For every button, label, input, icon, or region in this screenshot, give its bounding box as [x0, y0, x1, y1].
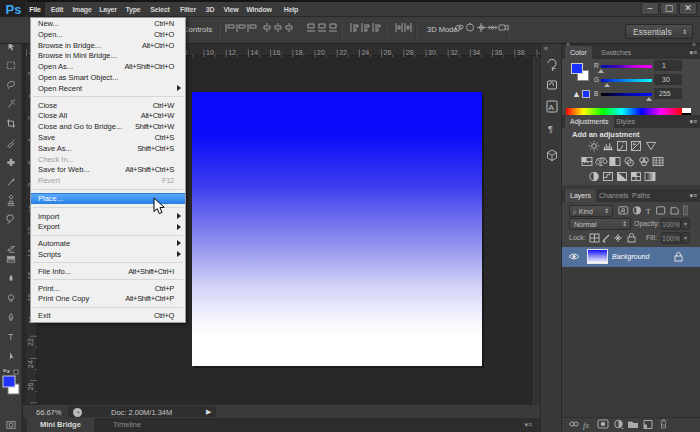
svg-text:24: 24 — [28, 360, 35, 368]
svg-text:16: 16 — [273, 49, 281, 56]
svg-text:14: 14 — [250, 49, 258, 56]
svg-text:24: 24 — [361, 49, 369, 56]
svg-text:30: 30 — [428, 49, 436, 56]
svg-text:32: 32 — [450, 49, 458, 56]
svg-text:12: 12 — [228, 49, 236, 56]
svg-text:38: 38 — [517, 49, 525, 56]
svg-text:26: 26 — [28, 383, 35, 391]
svg-text:36: 36 — [495, 49, 503, 56]
svg-text:A: A — [549, 103, 555, 112]
svg-text:T: T — [646, 207, 651, 216]
svg-text:¶: ¶ — [548, 124, 553, 134]
svg-text:34: 34 — [472, 49, 480, 56]
svg-text:18: 18 — [295, 49, 303, 56]
svg-text:20: 20 — [317, 49, 325, 56]
svg-text:26: 26 — [384, 49, 392, 56]
svg-text:22: 22 — [339, 49, 347, 56]
svg-text:fx: fx — [583, 420, 589, 430]
svg-text:28: 28 — [406, 49, 414, 56]
svg-text:22: 22 — [28, 338, 35, 346]
svg-text:T: T — [8, 333, 13, 342]
svg-text:10: 10 — [206, 49, 214, 56]
